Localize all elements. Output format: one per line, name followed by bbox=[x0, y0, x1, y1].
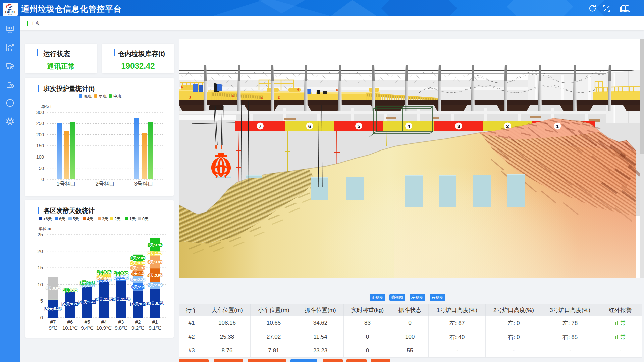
svg-text:5: 5 bbox=[357, 123, 360, 129]
svg-text:晚班: 晚班 bbox=[84, 94, 92, 99]
svg-text:5天:2.23: 5天:2.23 bbox=[131, 278, 145, 282]
svg-text:单位:m: 单位:m bbox=[39, 226, 51, 231]
svg-text:10: 10 bbox=[37, 282, 43, 287]
svg-text:3天:1.97: 3天:1.97 bbox=[131, 266, 145, 270]
svg-text:3: 3 bbox=[457, 123, 460, 129]
svg-text:9.8℃: 9.8℃ bbox=[115, 325, 127, 331]
svg-text:25: 25 bbox=[37, 232, 43, 237]
svg-text:>6天: >6天 bbox=[43, 217, 52, 221]
svg-text:2天:0.98: 2天:0.98 bbox=[131, 261, 145, 265]
svg-text:15: 15 bbox=[37, 265, 43, 270]
svg-text:9.1℃: 9.1℃ bbox=[149, 325, 161, 331]
svg-text:2天:1.23: 2天:1.23 bbox=[148, 251, 162, 255]
svg-text:1天: 1天 bbox=[129, 217, 136, 221]
svg-text:>6天:8.71: >6天:8.71 bbox=[147, 301, 163, 305]
svg-text:#1: #1 bbox=[152, 319, 158, 325]
svg-text:6: 6 bbox=[308, 123, 311, 129]
svg-text:#5: #5 bbox=[85, 319, 90, 325]
svg-text:#3: #3 bbox=[118, 319, 124, 325]
svg-text:2天: 2天 bbox=[114, 217, 121, 221]
svg-text:>6天:8.2: >6天:8.2 bbox=[131, 302, 145, 306]
svg-text:5: 5 bbox=[40, 298, 43, 304]
svg-text:1天:2.09: 1天:2.09 bbox=[131, 256, 145, 260]
svg-text:0天: 0天 bbox=[142, 217, 149, 221]
svg-text:>6天:8.26: >6天:8.26 bbox=[62, 302, 78, 306]
svg-text:10.9℃: 10.9℃ bbox=[96, 325, 112, 331]
svg-text:9.2℃: 9.2℃ bbox=[131, 325, 144, 331]
svg-text:#6: #6 bbox=[67, 319, 73, 325]
svg-text:中班: 中班 bbox=[113, 94, 121, 99]
svg-text:0: 0 bbox=[40, 315, 43, 320]
svg-text:FUERLI: FUERLI bbox=[5, 11, 15, 14]
svg-text:#7: #7 bbox=[50, 319, 56, 325]
svg-text:2号料口: 2号料口 bbox=[96, 181, 115, 187]
svg-text:20: 20 bbox=[37, 248, 43, 254]
svg-text:>6天:5.38: >6天:5.38 bbox=[45, 307, 61, 311]
svg-text:1: 1 bbox=[556, 123, 559, 129]
svg-text:6天: 6天 bbox=[59, 217, 65, 221]
svg-text:3: 3 bbox=[189, 96, 191, 100]
svg-text:200: 200 bbox=[36, 132, 44, 137]
svg-text:10.1℃: 10.1℃ bbox=[62, 325, 78, 331]
svg-text:#4: #4 bbox=[101, 319, 107, 325]
svg-text:3天: 3天 bbox=[102, 217, 108, 221]
svg-text:9.4℃: 9.4℃ bbox=[81, 325, 94, 331]
svg-text:50: 50 bbox=[39, 166, 44, 171]
svg-text:0: 0 bbox=[41, 177, 44, 182]
svg-text:6天:2.2: 6天:2.2 bbox=[132, 285, 144, 289]
svg-text:3号料口: 3号料口 bbox=[134, 181, 153, 187]
svg-text:1天:3.96: 1天:3.96 bbox=[148, 243, 162, 247]
svg-text:>6天:11.19: >6天:11.19 bbox=[112, 297, 130, 301]
svg-text:2: 2 bbox=[278, 95, 280, 99]
svg-text:9℃: 9℃ bbox=[49, 325, 57, 331]
svg-text:7: 7 bbox=[259, 123, 261, 129]
svg-text:早班: 早班 bbox=[99, 94, 107, 99]
svg-text:1天:0.02: 1天:0.02 bbox=[63, 288, 77, 292]
svg-text:1天:0.46: 1天:0.46 bbox=[97, 270, 111, 274]
svg-text:4: 4 bbox=[407, 123, 410, 129]
svg-text:0天:6.92: 0天:6.92 bbox=[46, 286, 60, 290]
svg-text:250: 250 bbox=[36, 121, 44, 126]
svg-text:5天:2.04: 5天:2.04 bbox=[148, 283, 162, 287]
svg-text:2: 2 bbox=[506, 123, 509, 129]
svg-text:单位:t: 单位:t bbox=[41, 104, 52, 109]
svg-text:福尔利: 福尔利 bbox=[8, 14, 12, 16]
svg-text:4天:1.3: 4天:1.3 bbox=[132, 272, 144, 276]
svg-text:3天:3.89: 3天:3.89 bbox=[148, 260, 162, 264]
svg-text:1天:0.48: 1天:0.48 bbox=[80, 281, 94, 285]
svg-text:>6天:9.42: >6天:9.42 bbox=[79, 300, 96, 304]
svg-text:1天:0.52: 1天:0.52 bbox=[114, 271, 128, 275]
svg-text:300: 300 bbox=[36, 110, 44, 115]
svg-text:150: 150 bbox=[36, 143, 44, 148]
svg-text:#2: #2 bbox=[135, 319, 141, 325]
svg-text:4天: 4天 bbox=[87, 217, 93, 221]
svg-text:1号料口: 1号料口 bbox=[57, 181, 76, 187]
svg-text:4天:3.95: 4天:3.95 bbox=[148, 273, 162, 277]
svg-text:5天: 5天 bbox=[73, 217, 79, 221]
svg-text:100: 100 bbox=[36, 154, 44, 160]
svg-text:>6天:11.02: >6天:11.02 bbox=[95, 297, 113, 301]
